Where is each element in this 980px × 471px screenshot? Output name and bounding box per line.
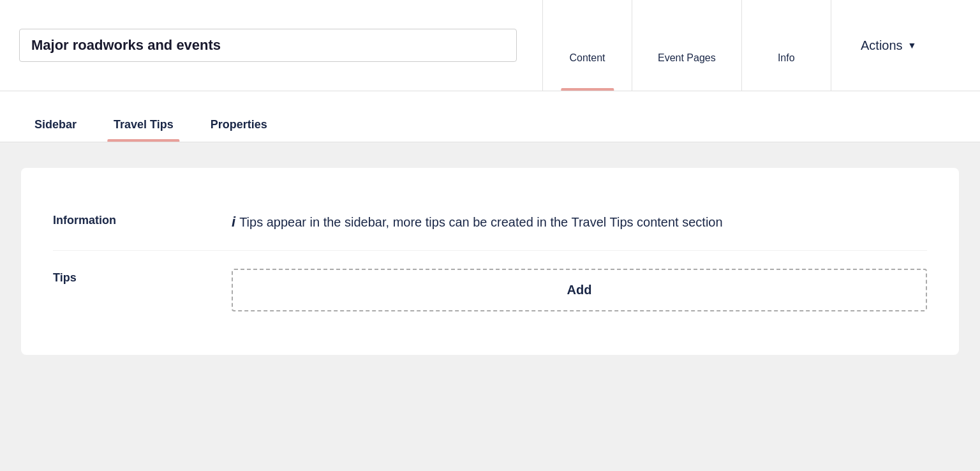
actions-label: Actions: [861, 38, 903, 53]
main-content: Information iTips appear in the sidebar,…: [0, 142, 980, 471]
tab-event-pages-label: Event Pages: [658, 52, 716, 64]
sub-tab-travel-tips-label: Travel Tips: [114, 118, 174, 131]
sub-tab-travel-tips[interactable]: Travel Tips: [98, 108, 189, 142]
add-tip-button[interactable]: Add: [232, 269, 927, 311]
information-value: iTips appear in the sidebar, more tips c…: [232, 211, 927, 232]
tab-event-pages[interactable]: Event Pages: [632, 0, 742, 91]
sub-tabs-bar: Sidebar Travel Tips Properties: [0, 91, 980, 142]
tab-content-label: Content: [569, 52, 605, 64]
tips-label: Tips: [53, 269, 232, 285]
content-card: Information iTips appear in the sidebar,…: [21, 168, 959, 355]
actions-dropdown[interactable]: Actions ▼: [831, 0, 946, 91]
tab-info-label: Info: [778, 52, 795, 64]
sub-tab-properties-label: Properties: [211, 118, 267, 131]
sub-tab-sidebar[interactable]: Sidebar: [19, 108, 92, 142]
info-inline-icon: i: [232, 214, 235, 230]
information-row: Information iTips appear in the sidebar,…: [53, 193, 927, 251]
sub-tab-sidebar-label: Sidebar: [34, 118, 77, 131]
page-title-input[interactable]: [19, 29, 517, 62]
header: Content Event Pages i Info: [0, 0, 980, 91]
sub-tab-properties[interactable]: Properties: [195, 108, 283, 142]
information-label: Information: [53, 211, 232, 227]
tips-row: Tips Add: [53, 251, 927, 329]
header-nav: Content Event Pages i Info: [542, 0, 980, 91]
tips-value: Add: [232, 269, 927, 311]
header-title-area: [0, 0, 542, 91]
chevron-down-icon: ▼: [908, 40, 917, 50]
tab-info[interactable]: i Info: [742, 0, 831, 91]
tab-content[interactable]: Content: [543, 0, 632, 91]
